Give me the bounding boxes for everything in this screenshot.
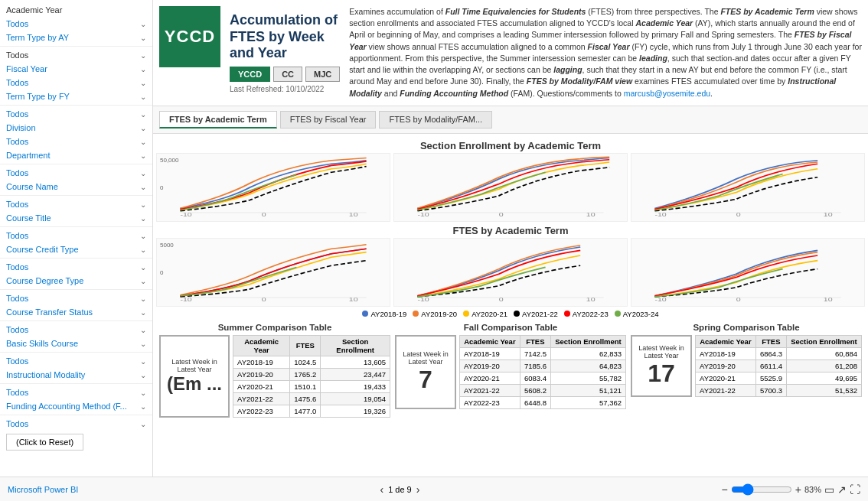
chevron-7[interactable]: ⌄ (140, 110, 146, 119)
table-row: AY2022-236448.857,362 (460, 396, 626, 408)
zoom-slider[interactable] (731, 483, 792, 496)
email-link[interactable]: marcusb@yosemite.edu (624, 89, 710, 98)
share-button[interactable]: ↗ (837, 483, 847, 496)
legend-ay2020-21: AY2020-21 (463, 310, 507, 318)
chevron-11[interactable]: ⌄ (140, 169, 146, 177)
chevron-14[interactable]: ⌄ (140, 214, 146, 223)
chevron-9[interactable]: ⌄ (140, 138, 146, 146)
sidebar-todos-2[interactable]: Todos (6, 50, 28, 60)
chevron-21[interactable]: ⌄ (140, 326, 146, 334)
chevron-18[interactable]: ⌄ (140, 277, 146, 285)
logo-box: YCCD (159, 6, 220, 67)
sidebar-todos-13[interactable]: Todos (6, 387, 28, 398)
sidebar-todos-1[interactable]: Todos (6, 18, 28, 29)
zoom-out-button[interactable]: − (722, 483, 728, 496)
spring-badge: Latest Week inLatest Year 17 (631, 335, 692, 397)
sidebar-course-credit-type[interactable]: Course Credit Type (6, 244, 79, 255)
sidebar-division[interactable]: Division (6, 122, 36, 133)
prev-page-button[interactable]: ‹ (380, 483, 383, 496)
sidebar-instructional-modality[interactable]: Instructional Modality (6, 369, 85, 380)
sidebar-term-type-ay[interactable]: Term Type by AY (6, 32, 69, 43)
spring-col-year: Academic Year (696, 335, 756, 347)
reset-button[interactable]: (Click to Reset) (6, 434, 83, 451)
legend-ay2019-20: AY2019-20 (413, 310, 457, 318)
mjc-button[interactable]: MJC (305, 67, 340, 82)
chevron-22[interactable]: ⌄ (140, 340, 146, 348)
spring-data-table: Academic Year FTES Section Enrollment AY… (695, 335, 862, 397)
chevron-6[interactable]: ⌄ (140, 93, 146, 101)
fit-page-button[interactable]: ▭ (824, 483, 834, 496)
fall-table-with-badge: Latest Week inLatest Year 7 Academic Yea… (395, 335, 626, 409)
sidebar-todos-6[interactable]: Todos (6, 168, 28, 178)
tab-modality-fam[interactable]: FTES by Modality/FAM... (379, 111, 492, 129)
chevron-2[interactable]: ⌄ (140, 34, 146, 42)
chevron-3[interactable]: ⌄ (140, 51, 146, 60)
enrollment-chart-spring: -10 0 10 (631, 153, 865, 222)
sidebar-department[interactable]: Department (6, 150, 50, 161)
legend-label-2022: AY2022-23 (573, 310, 609, 318)
yccd-button[interactable]: YCCD (230, 67, 270, 82)
sidebar-todos-8[interactable]: Todos (6, 230, 28, 241)
table-row: AY2022-231477.019,326 (233, 405, 390, 417)
chevron-16[interactable]: ⌄ (140, 246, 146, 254)
table-row: AY2018-191024.513,605 (233, 356, 390, 368)
sidebar-course-transfer-status[interactable]: Course Transfer Status (6, 307, 93, 317)
chevron-12[interactable]: ⌄ (140, 183, 146, 191)
chevron-4[interactable]: ⌄ (140, 65, 146, 73)
summer-col-ftes: FTES (290, 335, 321, 356)
institution-buttons: YCCD CC MJC (230, 67, 340, 82)
sidebar-todos-9[interactable]: Todos (6, 262, 28, 272)
summer-col-enrollment: Section Enrollment (321, 335, 390, 356)
sidebar-term-type-fy[interactable]: Term Type by FY (6, 91, 70, 102)
chevron-1[interactable]: ⌄ (140, 20, 146, 28)
tab-academic-term[interactable]: FTES by Academic Term (159, 111, 277, 129)
ftes-y0: 0 (160, 268, 163, 275)
right-panel: YCCD Accumulation of FTES by Week and Ye… (153, 0, 868, 477)
powerbi-link[interactable]: Microsoft Power BI (8, 485, 78, 494)
fall-badge-label: Latest Week inLatest Year (403, 350, 448, 366)
chevron-24[interactable]: ⌄ (140, 371, 146, 379)
table-row: AY2018-196864.360,884 (696, 347, 862, 359)
chevron-20[interactable]: ⌄ (140, 308, 146, 317)
sidebar-todos-7[interactable]: Todos (6, 199, 28, 210)
tab-fiscal-year[interactable]: FTES by Fiscal Year (280, 111, 377, 129)
fullscreen-button[interactable]: ⛶ (850, 483, 860, 496)
spring-badge-label: Latest Week inLatest Year (638, 344, 684, 359)
next-page-button[interactable]: › (416, 483, 420, 496)
legend-dot-2022 (564, 311, 570, 317)
sidebar-todos-10[interactable]: Todos (6, 293, 28, 304)
chevron-25[interactable]: ⌄ (140, 389, 146, 397)
sidebar-todos-5[interactable]: Todos (6, 136, 28, 147)
sidebar-basic-skills-course[interactable]: Basic Skills Course (6, 338, 78, 349)
enroll-y0: 0 (160, 184, 163, 190)
chevron-13[interactable]: ⌄ (140, 200, 146, 209)
sidebar-course-name[interactable]: Course Name (6, 181, 58, 192)
sidebar-funding-accounting[interactable]: Funding Accounting Method (F... (6, 401, 127, 412)
sidebar-todos-3[interactable]: Todos (6, 77, 28, 88)
chevron-5[interactable]: ⌄ (140, 79, 146, 87)
fall-badge: Latest Week inLatest Year 7 (395, 335, 456, 409)
sidebar-todos-4[interactable]: Todos (6, 109, 28, 119)
cc-button[interactable]: CC (273, 67, 302, 82)
zoom-in-button[interactable]: + (795, 483, 801, 496)
legend-label-2020: AY2020-21 (472, 310, 507, 318)
chevron-15[interactable]: ⌄ (140, 232, 146, 240)
chevron-27[interactable]: ⌄ (140, 420, 146, 428)
enroll-ymax: 50,000 (160, 157, 178, 164)
refresh-text: Last Refreshed: 10/10/2022 (230, 85, 340, 93)
chevron-10[interactable]: ⌄ (140, 151, 146, 160)
chevron-8[interactable]: ⌄ (140, 124, 146, 132)
sidebar-fiscal-year[interactable]: Fiscal Year (6, 63, 47, 74)
sidebar-course-title[interactable]: Course Title (6, 213, 51, 223)
spring-table-with-badge: Latest Week inLatest Year 17 Academic Ye… (631, 335, 862, 397)
sidebar-todos-11[interactable]: Todos (6, 324, 28, 335)
spring-badge-value: 17 (648, 359, 675, 388)
chevron-26[interactable]: ⌄ (140, 402, 146, 411)
chevron-19[interactable]: ⌄ (140, 294, 146, 303)
sidebar-course-degree-type[interactable]: Course Degree Type (6, 275, 83, 286)
chevron-17[interactable]: ⌄ (140, 263, 146, 272)
chevron-23[interactable]: ⌄ (140, 357, 146, 366)
zoom-controls: − + 83% ▭ ↗ ⛶ (722, 483, 860, 496)
sidebar-todos-12[interactable]: Todos (6, 356, 28, 366)
sidebar-todos-14[interactable]: Todos (6, 418, 28, 429)
